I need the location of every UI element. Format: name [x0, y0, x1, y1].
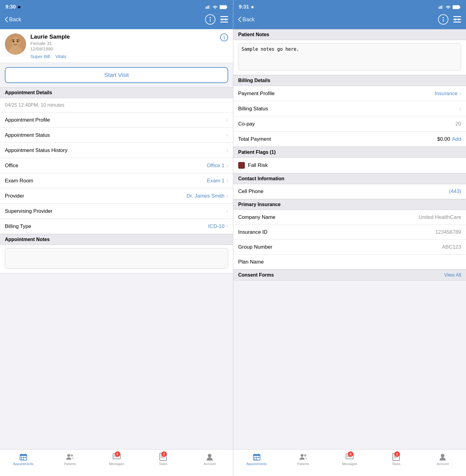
patient-links: Super Bill Vitals — [30, 54, 216, 59]
office-item[interactable]: Office Office 1 › — [0, 158, 233, 173]
appointment-date: 04/25 12:40PM, 10 minutes — [0, 98, 233, 112]
primary-insurance-header: Primary Insurance — [233, 199, 466, 210]
svg-rect-23 — [21, 454, 22, 455]
company-name-row: Company Name United HealthCare — [233, 210, 466, 225]
patient-gender-age: Female 31 — [30, 41, 216, 46]
appointment-notes-input[interactable] — [5, 248, 228, 269]
svg-rect-2 — [208, 5, 209, 9]
tab-tasks-right[interactable]: 2 Tasks — [373, 451, 420, 466]
tab-label: Tasks — [392, 462, 400, 466]
tab-label: Messages — [109, 462, 124, 466]
tab-appointments-right[interactable]: Appointments — [233, 451, 280, 466]
patients-icon — [299, 453, 307, 461]
svg-rect-49 — [453, 19, 461, 20]
chevron-icon: › — [226, 178, 228, 184]
svg-point-16 — [12, 40, 14, 43]
tab-patients-right[interactable]: Patients — [280, 451, 326, 466]
contact-info-header: Contact Information — [233, 173, 466, 184]
patient-notes-header: Patient Notes — [233, 29, 466, 40]
billing-details-header: Billing Details — [233, 75, 466, 86]
calendar-icon — [252, 453, 261, 461]
tab-tasks-left[interactable]: 2 Tasks — [140, 451, 186, 466]
chevron-icon: › — [226, 162, 228, 169]
patients-icon — [66, 453, 74, 461]
appointment-status-item[interactable]: Appointment Status › — [0, 128, 233, 143]
start-visit-button[interactable]: Start Visit — [5, 67, 228, 83]
account-icon — [438, 453, 447, 461]
svg-point-37 — [208, 454, 211, 457]
super-bill-link[interactable]: Super Bill — [30, 54, 50, 59]
svg-point-17 — [17, 40, 19, 43]
svg-rect-56 — [256, 457, 257, 458]
svg-point-31 — [71, 454, 73, 457]
info-button-right[interactable] — [438, 14, 448, 25]
tab-label: Appointments — [246, 462, 267, 466]
provider-item[interactable]: Provider Dr. James Smith › — [0, 188, 233, 204]
billing-type-item[interactable]: Billing Type ICD-10 › — [0, 219, 233, 234]
info-circle-icon[interactable] — [220, 33, 228, 41]
patient-info: Laurie Sample Female 31 12/08/1990 Super… — [30, 33, 216, 59]
back-button-left[interactable]: Back — [5, 16, 21, 23]
back-button-right[interactable]: Back — [238, 16, 255, 23]
chevron-icon: › — [226, 117, 228, 123]
tab-account-right[interactable]: Account — [420, 451, 466, 466]
svg-rect-12 — [220, 22, 228, 22]
svg-rect-10 — [220, 16, 228, 17]
svg-rect-42 — [453, 5, 459, 9]
patient-header: Laurie Sample Female 31 12/08/1990 Super… — [0, 29, 233, 63]
tab-appointments-left[interactable]: Appointments — [0, 451, 46, 466]
chevron-icon: › — [226, 193, 228, 199]
tab-bar-left: Appointments Patients 6 — [0, 449, 233, 476]
appointment-notes-header: Appointment Notes — [0, 234, 233, 245]
tab-patients-left[interactable]: Patients — [46, 451, 93, 466]
appointment-status-history-item[interactable]: Appointment Status History › — [0, 143, 233, 158]
insurance-id-row: Insurance ID 123456789 — [233, 225, 466, 240]
exam-room-item[interactable]: Exam Room Exam 1 › — [0, 173, 233, 188]
supervising-provider-item[interactable]: Supervising Provider › — [0, 204, 233, 219]
view-all-link[interactable]: View All — [444, 272, 461, 278]
copay-row: Co-pay 20 — [233, 116, 466, 132]
tab-account-left[interactable]: Account — [187, 451, 233, 466]
avatar — [5, 33, 26, 55]
svg-rect-38 — [439, 7, 440, 9]
svg-rect-53 — [255, 454, 255, 455]
info-button-left[interactable] — [205, 14, 215, 25]
chevron-icon: › — [459, 105, 461, 112]
payment-profile-row[interactable]: Payment Profile Insurance › — [233, 86, 466, 101]
svg-rect-43 — [459, 6, 460, 8]
tab-label: Account — [204, 462, 216, 466]
svg-rect-57 — [258, 457, 259, 458]
tab-label: Account — [437, 462, 449, 466]
appointment-profile-item[interactable]: Appointment Profile › — [0, 112, 233, 128]
status-icons-left — [206, 5, 228, 9]
svg-point-19 — [224, 36, 225, 37]
svg-rect-41 — [442, 5, 443, 9]
svg-rect-54 — [258, 454, 259, 455]
tab-label: Messages — [342, 462, 357, 466]
menu-button-right[interactable] — [453, 16, 461, 23]
svg-rect-3 — [209, 5, 210, 9]
nav-bar-right: Back — [233, 13, 466, 29]
svg-rect-1 — [207, 6, 208, 9]
menu-button-left[interactable] — [220, 16, 228, 23]
status-icons-right — [439, 5, 461, 9]
svg-rect-55 — [254, 457, 255, 458]
tab-messages-left[interactable]: 6 Messages — [93, 451, 140, 466]
status-bar-left: 9:30 — [0, 0, 233, 13]
tab-label: Patients — [64, 462, 76, 466]
svg-point-30 — [67, 454, 70, 457]
tab-messages-right[interactable]: 6 Messages — [326, 451, 373, 466]
svg-rect-7 — [210, 19, 211, 22]
billing-status-row[interactable]: Billing Status › — [233, 101, 466, 116]
status-time-right: 9:31 — [239, 4, 254, 10]
fall-risk-flag: Fall Risk — [233, 158, 466, 173]
patient-notes-input[interactable]: Sample notes go here. — [238, 43, 461, 71]
chevron-icon: › — [226, 132, 228, 138]
svg-point-14 — [11, 37, 20, 47]
add-payment-link[interactable]: Add — [452, 136, 461, 142]
svg-rect-29 — [23, 459, 24, 460]
patient-flags-header: Patient Flags (1) — [233, 147, 466, 158]
patient-notes-area: Sample notes go here. — [233, 40, 466, 75]
svg-rect-50 — [453, 22, 461, 22]
vitals-link[interactable]: Vitals — [55, 54, 66, 59]
